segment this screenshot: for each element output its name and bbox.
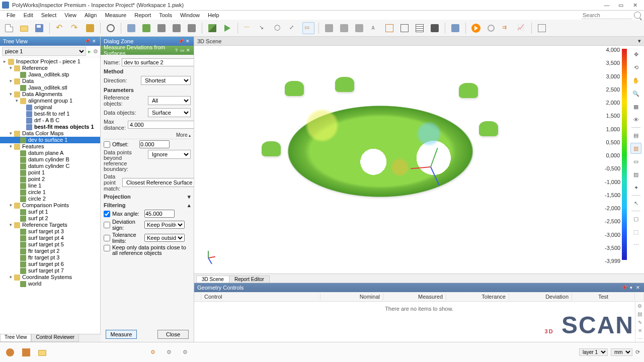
tab-control-reviewer[interactable]: Control Reviewer (31, 334, 79, 342)
tree-item[interactable]: ▾Reference (0, 65, 100, 71)
view-cursor-icon[interactable]: ↖ (630, 198, 641, 209)
tab-report-editor[interactable]: Report Editor (229, 276, 270, 283)
tree-item[interactable]: circle 2 (0, 196, 100, 202)
scene-menu-icon[interactable]: ▾ (638, 38, 641, 44)
tab-3d-scene[interactable]: 3D Scene (196, 276, 229, 283)
measure-button[interactable]: Measure (106, 330, 137, 339)
zoom-fit-button[interactable]: ⤢ (287, 22, 299, 34)
tree-item[interactable]: surf target pt 7 (0, 267, 100, 274)
tool-b-button[interactable] (338, 22, 350, 34)
maximize-button[interactable]: ▭ (614, 0, 628, 10)
menu-help[interactable]: Help (204, 12, 223, 19)
gdnt-button[interactable]: ▭ (302, 22, 314, 34)
tree-item[interactable]: ▾Features (0, 143, 100, 150)
more-toggle[interactable]: More (104, 132, 191, 138)
geo-add-icon[interactable]: ▤ (636, 311, 643, 317)
view-fit-icon[interactable]: ✥ (630, 49, 641, 60)
boundary-select[interactable]: Ignore (148, 150, 191, 159)
tree-item[interactable]: point 1 (0, 169, 100, 176)
tree-item[interactable]: ▾Data (0, 78, 100, 84)
dialog-zone-close-icon[interactable]: ✕ (185, 38, 191, 44)
menu-tools[interactable]: Tools (155, 12, 176, 19)
refresh-icon[interactable]: ⟳ (635, 349, 640, 355)
align-button[interactable] (155, 22, 168, 34)
redo-button[interactable] (69, 22, 81, 34)
save-button[interactable] (33, 22, 45, 34)
undo-button[interactable] (54, 22, 66, 34)
tree-item[interactable]: datum cylinder B (0, 156, 100, 163)
tree-item[interactable]: ▾Reference Targets (0, 222, 100, 228)
view-clip-icon[interactable]: ▤ (630, 130, 641, 141)
tree-item[interactable]: best-fit to ref 1 (0, 111, 100, 117)
tree-item[interactable]: surf target pt 4 (0, 235, 100, 241)
filtering-toggle[interactable]: ▴ (188, 202, 191, 209)
tree-pin-icon[interactable]: 📌 (84, 38, 90, 44)
tree-item[interactable]: best-fit meas objects 1 (0, 124, 100, 130)
geo-more-icon[interactable]: ⋯ (636, 336, 643, 342)
piece-play-icon[interactable]: ▸ (88, 48, 91, 55)
view-label-icon[interactable]: ▭ (630, 156, 641, 167)
probe-mode-icon[interactable] (4, 346, 16, 358)
data-import-button[interactable] (140, 22, 152, 34)
menu-edit[interactable]: Edit (20, 12, 37, 19)
chart-button[interactable]: 📈 (515, 22, 527, 34)
geo-edit-icon[interactable]: ✎ (636, 319, 643, 325)
max-angle-checkbox[interactable] (104, 211, 110, 217)
view-tag-icon[interactable]: ⬚ (630, 226, 641, 237)
curve-button[interactable]: 〰 (242, 22, 254, 34)
geo-pin-icon[interactable]: 📌 (621, 285, 627, 291)
camera-button[interactable] (429, 22, 441, 34)
play-button[interactable] (221, 22, 233, 34)
tree-item[interactable]: surf target pt 6 (0, 261, 100, 267)
data-objects-select[interactable]: Surface (148, 108, 191, 117)
tree-item[interactable]: ▾Comparison Points (0, 202, 100, 209)
tab-tree-view[interactable]: Tree View (0, 334, 31, 342)
view-ortho-icon[interactable]: ▦ (630, 101, 641, 112)
probe-button[interactable] (171, 22, 183, 34)
cube-button[interactable] (206, 22, 218, 34)
view-misc-icon[interactable]: ✦ (630, 182, 641, 193)
tree-item[interactable]: ▾alignment group 1 (0, 98, 100, 104)
tool-a-button[interactable] (323, 22, 335, 34)
name-input[interactable] (122, 58, 194, 66)
dialog-pin-icon[interactable]: 📌 (178, 38, 184, 44)
menu-window[interactable]: Window (177, 12, 203, 19)
view-zoom-icon[interactable]: 🔍 (630, 88, 641, 99)
tree-item[interactable]: world (0, 281, 100, 287)
view-eye-icon[interactable]: 👁 (630, 114, 641, 125)
unit-select[interactable]: mm (611, 348, 632, 356)
piece-gear-icon[interactable]: ⚙ (93, 48, 98, 55)
menu-align[interactable]: Align (81, 12, 100, 19)
gear-b-icon[interactable]: ⚙ (163, 346, 175, 358)
tree-item[interactable]: drf - A B C (0, 117, 100, 124)
gear-c-icon[interactable]: ⚙ (179, 346, 191, 358)
tree-item[interactable]: ▾Data Alignments (0, 91, 100, 98)
record-button[interactable] (485, 22, 497, 34)
view-select-icon[interactable]: ▢ (630, 213, 641, 224)
tree-item[interactable]: ▾Data Color Maps (0, 130, 100, 137)
report-button[interactable] (383, 22, 395, 34)
history-button[interactable] (84, 22, 96, 34)
tree-item[interactable]: Jawa_odlitek.stl (0, 84, 100, 91)
minimize-button[interactable]: ― (600, 0, 614, 10)
snapshot-button[interactable] (398, 22, 411, 34)
settings-button[interactable] (105, 22, 117, 34)
menu-view[interactable]: View (61, 12, 80, 19)
view-rotate-icon[interactable]: ⟲ (630, 62, 641, 73)
menu-select[interactable]: Select (38, 12, 60, 19)
window-button[interactable] (536, 22, 548, 34)
tree-body[interactable]: ▸Inspector Project - piece 1▾ReferenceJa… (0, 57, 100, 342)
run-button[interactable] (470, 22, 482, 34)
max-angle-input[interactable] (144, 210, 175, 218)
gear-a-icon[interactable]: ⚙ (147, 346, 159, 358)
layer-select[interactable]: layer 1 (579, 348, 608, 356)
tree-item[interactable]: surf target pt 5 (0, 241, 100, 248)
table-button[interactable] (414, 22, 426, 34)
keep-only-checkbox[interactable] (104, 245, 110, 251)
scene-canvas[interactable]: 4,0003,5003,0002,5002,0001,5001,0000,500… (194, 46, 644, 274)
search-input[interactable] (582, 12, 632, 19)
view-more-icon[interactable]: ⋯ (630, 239, 641, 250)
tree-item[interactable]: surf pt 2 (0, 215, 100, 222)
dialog-undock-icon[interactable]: ▭ (180, 47, 185, 53)
tree-item[interactable]: original (0, 104, 100, 111)
